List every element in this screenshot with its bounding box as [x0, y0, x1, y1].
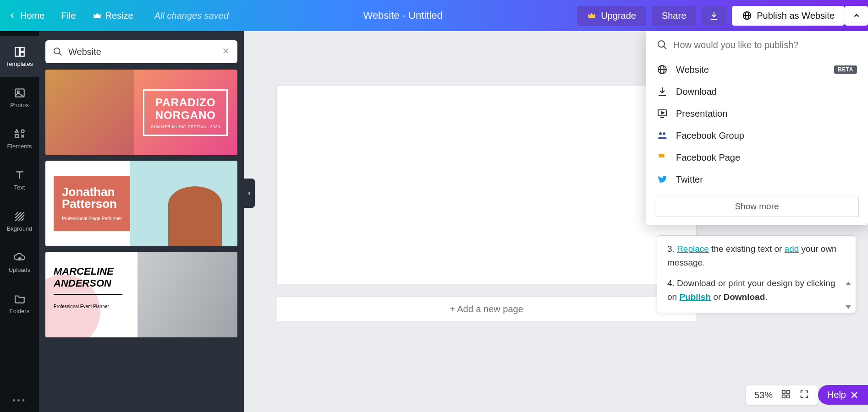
templates-panel: PARADIZONORGANO SUMMER MUSIC FESTIVAL 20… — [39, 31, 244, 412]
flag-icon — [657, 152, 668, 163]
publish-button[interactable]: Publish as Website — [732, 6, 845, 26]
svg-point-7 — [21, 130, 24, 133]
panel-collapse-toggle[interactable] — [244, 179, 255, 208]
help-button[interactable]: Help — [818, 385, 868, 405]
publish-dropdown: Website BETA Download Presentation Faceb… — [646, 31, 868, 225]
hatch-icon — [14, 211, 26, 222]
template-card[interactable]: MARCELINEANDERSON Professional Event Pla… — [45, 252, 237, 337]
rail-elements[interactable]: Elements — [0, 118, 39, 159]
tips-replace-link[interactable]: Replace — [677, 244, 709, 254]
design-page[interactable] — [277, 86, 696, 284]
canvas-area: + Add a new page 3. Replace the existing… — [244, 31, 868, 412]
zoom-controls: 53% — [746, 385, 818, 405]
search-icon — [657, 39, 668, 50]
publish-search[interactable] — [646, 31, 868, 59]
grid-view-icon[interactable] — [781, 389, 791, 401]
publish-option-presentation[interactable]: Presentation — [646, 103, 868, 125]
svg-rect-17 — [782, 390, 785, 393]
rail-folders[interactable]: Folders — [0, 283, 39, 324]
svg-point-9 — [54, 48, 60, 54]
svg-point-15 — [659, 132, 662, 135]
rail-photos[interactable]: Photos — [0, 77, 39, 118]
twitter-icon — [657, 174, 668, 185]
home-label: Home — [20, 11, 44, 21]
share-button[interactable]: Share — [652, 6, 696, 26]
chevron-left-icon — [8, 11, 16, 20]
publish-option-fbpage[interactable]: Facebook Page — [646, 146, 868, 168]
search-input[interactable] — [68, 47, 222, 57]
templates-icon — [14, 46, 26, 58]
resize-menu[interactable]: Resize — [93, 11, 133, 21]
tips-scroll-up-icon[interactable] — [846, 282, 851, 285]
publish-option-fbgroup[interactable]: Facebook Group — [646, 125, 868, 146]
text-icon — [14, 169, 26, 181]
tips-card: 3. Replace the existing text or add your… — [657, 235, 856, 313]
upgrade-button[interactable]: Upgrade — [577, 6, 646, 26]
svg-rect-20 — [787, 395, 790, 398]
crown-icon — [587, 11, 596, 20]
svg-rect-3 — [20, 47, 24, 51]
close-icon — [850, 390, 859, 400]
svg-rect-18 — [787, 390, 790, 393]
publish-dropdown-toggle[interactable] — [845, 6, 868, 26]
svg-point-10 — [658, 41, 665, 47]
fullscreen-icon[interactable] — [799, 389, 809, 401]
svg-rect-2 — [15, 47, 19, 56]
clear-search-icon[interactable] — [222, 47, 230, 57]
show-more-button[interactable]: Show more — [655, 196, 859, 217]
tips-add-link[interactable]: add — [785, 244, 799, 254]
cloud-upload-icon — [14, 252, 26, 264]
add-page-button[interactable]: + Add a new page — [277, 297, 696, 321]
template-card[interactable]: JonathanPatterson Professional Stage Per… — [45, 161, 237, 246]
website-icon — [657, 64, 668, 75]
download-icon — [657, 86, 668, 97]
download-button[interactable] — [702, 6, 726, 25]
rail-text[interactable]: Text — [0, 159, 39, 201]
home-button[interactable]: Home — [8, 11, 44, 21]
tips-scroll-down-icon[interactable] — [846, 305, 851, 309]
crown-icon — [93, 11, 102, 20]
rail-more[interactable]: ••• — [12, 396, 27, 406]
save-status: All changes saved — [154, 11, 229, 21]
svg-rect-4 — [20, 52, 24, 56]
beta-badge: BETA — [834, 65, 857, 74]
publish-option-twitter[interactable]: Twitter — [646, 168, 868, 190]
tips-publish-link[interactable]: Publish — [679, 292, 711, 302]
chevron-up-icon — [852, 11, 861, 20]
template-card[interactable]: PARADIZONORGANO SUMMER MUSIC FESTIVAL 20… — [45, 70, 237, 155]
rail-background[interactable]: Bkground — [0, 201, 39, 242]
svg-rect-19 — [782, 395, 785, 398]
publish-option-download[interactable]: Download — [646, 81, 868, 103]
folder-icon — [14, 293, 26, 305]
search-icon — [53, 47, 63, 57]
left-rail: Templates Photos Elements Text Bkground … — [0, 31, 39, 412]
rail-templates[interactable]: Templates — [0, 36, 39, 77]
presentation-icon — [657, 108, 668, 119]
chevron-left-icon — [247, 190, 252, 196]
image-icon — [14, 87, 26, 99]
search-box[interactable] — [45, 40, 237, 63]
svg-point-16 — [663, 132, 665, 135]
publish-search-input[interactable] — [673, 40, 857, 50]
rail-uploads[interactable]: Uploads — [0, 242, 39, 283]
website-icon — [742, 11, 752, 21]
top-bar: Home File Resize All changes saved Websi… — [0, 0, 868, 31]
svg-rect-8 — [15, 135, 18, 138]
publish-option-website[interactable]: Website BETA — [646, 59, 868, 81]
svg-marker-14 — [661, 112, 664, 114]
shapes-icon — [14, 128, 26, 140]
document-title[interactable]: Website - Untitled — [363, 10, 443, 21]
zoom-value[interactable]: 53% — [754, 390, 773, 401]
file-menu[interactable]: File — [61, 11, 76, 21]
download-icon — [709, 11, 719, 21]
group-icon — [657, 130, 668, 141]
